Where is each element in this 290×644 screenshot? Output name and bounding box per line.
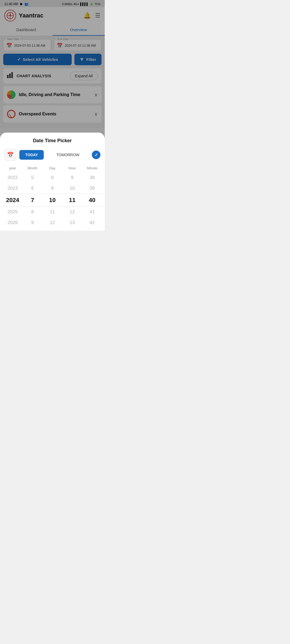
tomorrow-button[interactable]: TOMORROW	[47, 150, 89, 160]
confirm-button[interactable]: ✓	[92, 151, 100, 159]
picker-cell-2-2[interactable]: 10	[42, 197, 62, 204]
picker-cell-1-3[interactable]: 10	[62, 186, 82, 191]
picker-cell-1-2[interactable]: 9	[42, 186, 62, 191]
picker-row-0[interactable]: 202258938	[0, 172, 105, 183]
picker-row-1[interactable]: 2023691039	[0, 183, 105, 194]
picker-row-2[interactable]: 20247101140	[0, 194, 105, 207]
picker-cell-0-1[interactable]: 5	[23, 175, 42, 180]
picker-header-hour: Hour	[62, 166, 82, 170]
picker-cell-0-4[interactable]: 38	[82, 175, 102, 180]
picker-cell-3-2[interactable]: 11	[42, 209, 62, 215]
sheet-button-row: 📅 TODAY TOMORROW ✓	[0, 149, 105, 161]
picker-cell-3-4[interactable]: 41	[82, 209, 102, 215]
confirm-check-icon: ✓	[95, 152, 98, 158]
picker-rows: 2022589382023691039202471011402025811124…	[0, 172, 105, 228]
picker-cell-4-0[interactable]: 2026	[3, 220, 23, 225]
picker-header-day: Day	[42, 166, 62, 170]
picker-cell-1-4[interactable]: 39	[82, 186, 102, 191]
sheet-title: Date Time Picker	[0, 138, 105, 144]
picker-cell-4-1[interactable]: 9	[23, 220, 42, 225]
picker-cell-3-3[interactable]: 12	[62, 209, 82, 215]
today-button[interactable]: TODAY	[19, 150, 44, 160]
calendar-toggle-button[interactable]: 📅	[4, 149, 16, 161]
picker-cell-4-3[interactable]: 13	[62, 220, 82, 225]
picker-row-4[interactable]: 20269121342	[0, 217, 105, 228]
calendar-icon: 📅	[7, 152, 14, 158]
picker-header-month: Month	[23, 166, 42, 170]
date-time-picker-sheet: Date Time Picker 📅 TODAY TOMORROW ✓ year…	[0, 133, 105, 231]
picker-cell-2-1[interactable]: 7	[23, 197, 42, 204]
picker-cell-1-1[interactable]: 6	[23, 186, 42, 191]
picker-cell-3-0[interactable]: 2025	[3, 209, 23, 215]
picker-cell-0-2[interactable]: 8	[42, 175, 62, 180]
picker-cell-0-0[interactable]: 2022	[3, 175, 23, 180]
picker-cell-1-0[interactable]: 2023	[3, 186, 23, 191]
picker-cell-2-0[interactable]: 2024	[3, 197, 23, 204]
picker-row-3[interactable]: 20258111241	[0, 207, 105, 217]
picker-header-year: year	[3, 166, 23, 170]
picker-cell-4-2[interactable]: 12	[42, 220, 62, 225]
picker-cell-4-4[interactable]: 42	[82, 220, 102, 225]
picker-cell-0-3[interactable]: 9	[62, 175, 82, 180]
picker-header-minute: Minute	[82, 166, 102, 170]
picker-header: year Month Day Hour Minute	[0, 166, 105, 170]
picker-cell-3-1[interactable]: 8	[23, 209, 42, 215]
picker-cell-2-4[interactable]: 40	[82, 197, 102, 204]
picker-cell-2-3[interactable]: 11	[62, 197, 82, 204]
